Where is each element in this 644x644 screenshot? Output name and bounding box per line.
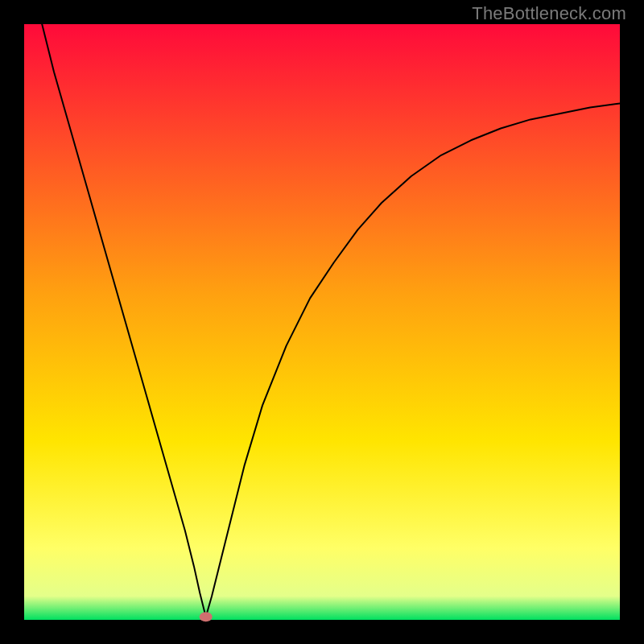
plot-background — [24, 24, 620, 620]
minimum-marker — [200, 612, 213, 621]
watermark-text: TheBottleneck.com — [472, 3, 626, 24]
chart-frame: TheBottleneck.com — [0, 0, 644, 644]
bottleneck-chart — [0, 0, 644, 644]
